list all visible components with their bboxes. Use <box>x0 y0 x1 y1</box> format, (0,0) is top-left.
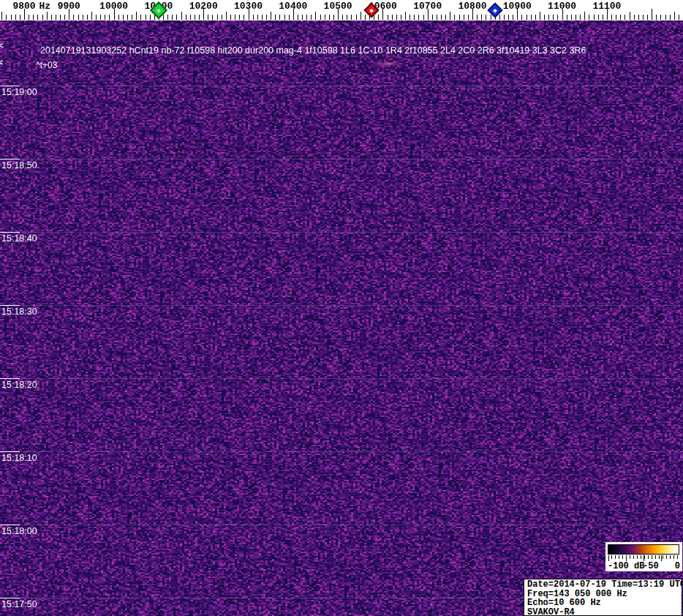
axis-tick-label: 10400 <box>279 1 307 12</box>
time-tick-line <box>0 305 20 306</box>
axis-tick-label: 11000 <box>548 1 576 12</box>
time-label: 15:18:10 <box>1 453 37 463</box>
colorbar: -100 dB -50 0 <box>605 542 682 571</box>
axis-unit-label: Hz <box>39 1 50 12</box>
spectrogram-canvas[interactable] <box>0 0 683 616</box>
time-label: 15:18:40 <box>1 233 37 244</box>
marker-center-dot <box>156 8 161 12</box>
colorbar-labels: -100 dB -50 0 <box>605 561 682 571</box>
colorbar-mid-label: -50 <box>643 561 659 571</box>
time-tick-line <box>0 159 20 159</box>
axis-tick-label: 10700 <box>413 1 442 12</box>
info-station: SVAKOV-R4 <box>527 608 682 616</box>
axis-tick-label: 10500 <box>324 1 352 12</box>
edge-mark-icon: < <box>0 41 3 50</box>
time-tick-line <box>0 378 20 379</box>
frequency-axis[interactable]: 9800Hz9900100001010010200103001040010500… <box>0 0 683 20</box>
spectrogram-app: 9800Hz9900100001010010200103001040010500… <box>0 0 683 616</box>
axis-tick-label: 10200 <box>189 1 218 12</box>
marker-center-dot <box>493 8 497 12</box>
axis-tick-label: 9800 <box>12 1 35 12</box>
axis-tick-label: 10800 <box>458 1 486 12</box>
colorbar-max-label: 0 <box>675 561 680 571</box>
colorbar-gradient <box>608 544 679 555</box>
colorbar-min-label: -100 dB <box>608 561 644 571</box>
time-label: 15:17:50 <box>1 599 37 609</box>
axis-tick-label: 9900 <box>58 1 80 12</box>
time-tick-line <box>0 598 20 598</box>
time-offset-label: ^t+03 <box>36 60 57 70</box>
time-label: 15:18:30 <box>1 307 37 317</box>
info-date-time: Date=2014-07-19 Time=13:19 UTC <box>527 580 682 590</box>
axis-tick-label: 10900 <box>503 1 532 12</box>
station-info-box: Date=2014-07-19 Time=13:19 UTC Freq=143 … <box>524 579 682 616</box>
marker-center-dot <box>369 8 374 12</box>
detection-header-text: 20140719131903252 hCnt19 nb-72 f10598 hi… <box>40 45 586 56</box>
info-echo: Echo=10 600 Hz <box>527 598 682 608</box>
time-label: 15:19:00 <box>1 87 37 97</box>
time-label: 15:18:00 <box>1 526 37 536</box>
time-label: 15:18:20 <box>1 380 37 390</box>
time-label: 15:18:50 <box>1 160 37 170</box>
colorbar-ticks <box>608 555 679 561</box>
time-tick-line <box>0 232 20 233</box>
axis-tick-label: 11100 <box>592 1 621 12</box>
edge-mark-icon: < <box>0 58 3 67</box>
time-tick-line <box>0 86 20 86</box>
axis-tick-label: 10300 <box>234 1 263 12</box>
axis-tick-label: 10000 <box>99 1 128 12</box>
time-tick-line <box>0 525 20 525</box>
time-tick-line <box>0 451 20 452</box>
